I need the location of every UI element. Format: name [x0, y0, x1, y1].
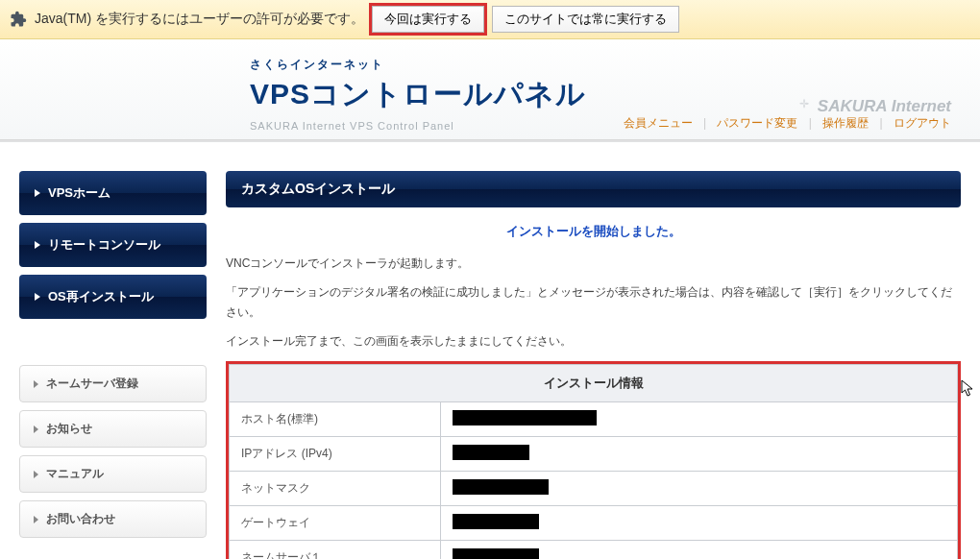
arrow-icon: [35, 293, 40, 301]
info-value: [441, 436, 958, 471]
info-label: IPアドレス (IPv4): [230, 436, 441, 471]
arrow-icon: [34, 516, 38, 523]
arrow-icon: [35, 189, 40, 197]
brand-subtitle-jp: さくらインターネット: [250, 57, 951, 73]
info-value: [441, 505, 958, 540]
sidebar-item-label: ネームサーバ登録: [46, 376, 138, 392]
info-value: [441, 401, 958, 436]
sidebar-primary-item-2[interactable]: OS再インストール: [19, 275, 207, 319]
sidebar-item-label: お問い合わせ: [46, 511, 115, 527]
description-line-3: インストール完了まで、この画面を表示したままにしてください。: [226, 331, 961, 351]
install-info-box: インストール情報 ホスト名(標準)IPアドレス (IPv4)ネットマスクゲートウ…: [226, 361, 961, 559]
info-label: ネットマスク: [230, 471, 441, 505]
nav-password-change[interactable]: パスワード変更: [717, 116, 797, 130]
arrow-icon: [35, 241, 40, 249]
nav-logout[interactable]: ログアウト: [894, 116, 951, 130]
sidebar-item-label: VPSホーム: [48, 184, 110, 202]
sakura-logo: SAKURA Internet: [795, 97, 951, 116]
description-line-2: 「アプリケーションのデジタル署名の検証に成功しました」とメッセージが表示された場…: [226, 282, 961, 322]
sidebar-secondary-item-0[interactable]: ネームサーバ登録: [19, 365, 207, 402]
install-status: インストールを開始しました。: [226, 223, 961, 240]
redacted-value: [453, 548, 539, 559]
info-table-header: インストール情報: [230, 364, 958, 401]
table-row: ホスト名(標準): [230, 401, 958, 436]
top-navigation: 会員メニュー | パスワード変更 | 操作履歴 | ログアウト: [624, 115, 951, 132]
table-row: IPアドレス (IPv4): [230, 436, 958, 471]
run-always-button[interactable]: このサイトでは常に実行する: [492, 6, 679, 33]
redacted-value: [453, 410, 597, 425]
redacted-value: [453, 445, 529, 460]
sidebar-item-label: マニュアル: [46, 466, 104, 482]
arrow-icon: [34, 380, 38, 388]
redacted-value: [453, 514, 539, 529]
sidebar-item-label: OS再インストール: [48, 288, 154, 305]
notification-message: Java(TM) を実行するにはユーザーの許可が必要です。: [35, 11, 364, 28]
sidebar: VPSホームリモートコンソールOS再インストール ネームサーバ登録お知らせマニュ…: [19, 171, 207, 559]
arrow-icon: [34, 425, 38, 433]
main-content: カスタムOSインストール インストールを開始しました。 VNCコンソールでインス…: [226, 171, 961, 559]
sidebar-primary-item-1[interactable]: リモートコンソール: [19, 223, 207, 267]
sidebar-primary-item-0[interactable]: VPSホーム: [19, 171, 207, 215]
arrow-icon: [34, 471, 38, 478]
java-permission-bar: Java(TM) を実行するにはユーザーの許可が必要です。 今回は実行する この…: [0, 0, 980, 39]
nav-history[interactable]: 操作履歴: [822, 116, 869, 130]
page-header: さくらインターネット VPSコントロールパネル SAKURA Internet …: [0, 39, 980, 140]
info-value: [441, 540, 958, 559]
run-once-button[interactable]: 今回は実行する: [372, 6, 484, 33]
info-label: ホスト名(標準): [230, 401, 441, 436]
sidebar-item-label: リモートコンソール: [48, 236, 160, 254]
sidebar-secondary-item-3[interactable]: お問い合わせ: [19, 500, 207, 538]
description-line-1: VNCコンソールでインストーラが起動します。: [226, 254, 961, 273]
nav-member-menu[interactable]: 会員メニュー: [624, 116, 693, 130]
table-row: ネームサーバ１: [230, 540, 958, 559]
sidebar-item-label: お知らせ: [46, 421, 92, 437]
content-title: カスタムOSインストール: [226, 171, 961, 207]
plugin-icon: [10, 11, 27, 28]
table-row: ネットマスク: [230, 471, 958, 505]
install-info-table: インストール情報 ホスト名(標準)IPアドレス (IPv4)ネットマスクゲートウ…: [229, 364, 958, 559]
info-label: ゲートウェイ: [230, 505, 441, 540]
info-label: ネームサーバ１: [230, 540, 441, 559]
sidebar-secondary-item-2[interactable]: マニュアル: [19, 455, 207, 493]
info-value: [441, 471, 958, 505]
flower-icon: [795, 97, 814, 116]
sidebar-secondary-item-1[interactable]: お知らせ: [19, 410, 207, 448]
redacted-value: [453, 479, 549, 495]
table-row: ゲートウェイ: [230, 505, 958, 540]
